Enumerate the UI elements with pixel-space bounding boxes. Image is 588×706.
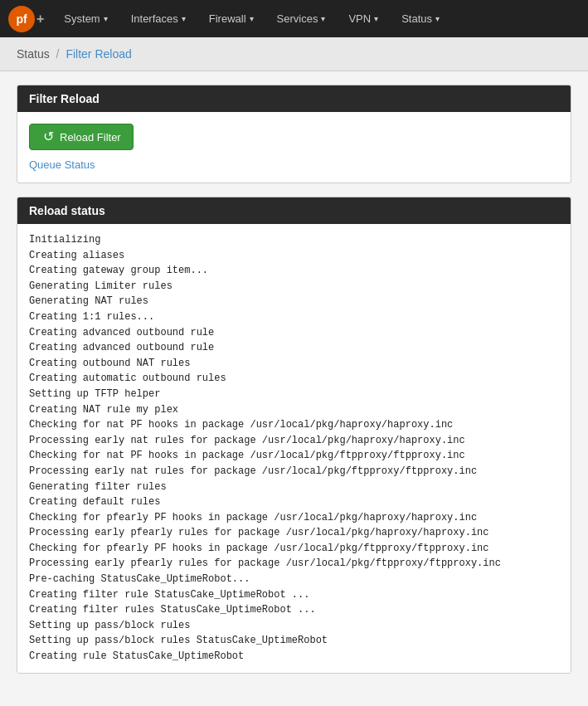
- nav-label-vpn: VPN: [348, 12, 371, 25]
- filter-reload-heading: Filter Reload: [17, 85, 571, 112]
- chevron-down-icon: ▾: [182, 14, 186, 23]
- nav-label-services: Services: [277, 12, 318, 25]
- logo-plus: +: [36, 12, 44, 27]
- chevron-down-icon: ▾: [104, 14, 108, 23]
- logo-text: pf: [16, 12, 27, 26]
- reload-filter-button[interactable]: ↺ Reload Filter: [29, 124, 134, 150]
- queue-status-link[interactable]: Queue Status: [29, 158, 559, 171]
- page-content: Filter Reload ↺ Reload Filter Queue Stat…: [0, 71, 588, 700]
- chevron-down-icon: ▾: [435, 14, 440, 23]
- filter-reload-body: ↺ Reload Filter Queue Status: [17, 112, 571, 183]
- nav-item-interfaces[interactable]: Interfaces ▾: [119, 0, 197, 37]
- breadcrumb-current[interactable]: Filter Reload: [66, 47, 131, 61]
- breadcrumb-separator: /: [56, 47, 60, 61]
- nav-item-services[interactable]: Services ▾: [265, 0, 338, 37]
- breadcrumb: Status / Filter Reload: [0, 37, 588, 71]
- nav-item-firewall[interactable]: Firewall ▾: [197, 0, 265, 37]
- logo-icon: pf: [8, 6, 35, 32]
- nav-label-interfaces: Interfaces: [131, 12, 178, 25]
- filter-reload-panel: Filter Reload ↺ Reload Filter Queue Stat…: [17, 85, 571, 183]
- chevron-down-icon: ▾: [250, 14, 254, 23]
- nav-item-system[interactable]: System ▾: [52, 0, 119, 37]
- brand-logo[interactable]: pf +: [8, 6, 44, 32]
- nav-label-status: Status: [401, 12, 432, 25]
- reload-status-heading: Reload status: [17, 197, 571, 224]
- nav-label-firewall: Firewall: [209, 12, 246, 25]
- nav-item-vpn[interactable]: VPN ▾: [337, 0, 390, 37]
- reload-icon: ↺: [41, 130, 55, 144]
- navbar: pf + System ▾ Interfaces ▾ Firewall ▾ Se…: [0, 0, 588, 37]
- reload-filter-label: Reload Filter: [60, 131, 121, 144]
- chevron-down-icon: ▾: [374, 14, 378, 23]
- reload-status-panel: Reload status Initializing Creating alia…: [17, 197, 571, 674]
- nav-item-status[interactable]: Status ▾: [390, 0, 451, 37]
- nav-menu: System ▾ Interfaces ▾ Firewall ▾ Service…: [52, 0, 451, 37]
- chevron-down-icon: ▾: [321, 14, 325, 23]
- reload-status-log: Initializing Creating aliases Creating g…: [17, 224, 571, 673]
- breadcrumb-parent: Status: [17, 47, 50, 61]
- nav-label-system: System: [64, 12, 100, 25]
